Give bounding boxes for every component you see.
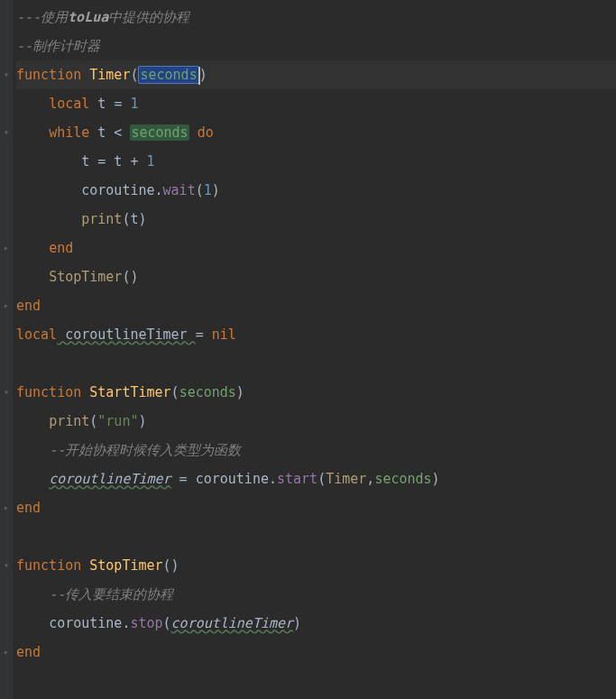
code-editor[interactable]: ---使用toLua中提供的协程 --制作计时器 function Timer(… [13, 0, 616, 699]
param-usage: seconds [130, 124, 188, 141]
code-line: function StopTimer() [16, 551, 616, 580]
code-line: t = t + 1 [16, 147, 616, 176]
code-line: coroutine.stop(coroutlineTimer) [16, 609, 616, 638]
code-line: ---使用toLua中提供的协程 [16, 3, 616, 32]
code-line: function Timer(seconds) [16, 60, 616, 89]
code-line: --传入要结束的协程 [16, 580, 616, 609]
code-line: end [16, 291, 616, 320]
code-line: coroutlineTimer = coroutine.start(Timer,… [16, 464, 616, 493]
fold-close-icon[interactable]: ▸ [0, 234, 13, 262]
fold-close-icon[interactable]: ▸ [0, 493, 13, 522]
selected-param: seconds [138, 66, 198, 84]
fold-open-icon[interactable]: ▾ [0, 551, 13, 580]
code-line: end [16, 493, 616, 522]
code-line: while t < seconds do [16, 118, 616, 147]
fold-open-icon[interactable]: ▾ [0, 118, 13, 147]
fold-top [0, 3, 13, 32]
code-line: --制作计时器 [16, 32, 616, 60]
code-line: coroutine.wait(1) [16, 176, 616, 205]
code-line: local t = 1 [16, 89, 616, 118]
code-line [16, 522, 616, 551]
fold-close-icon[interactable]: ▸ [0, 291, 13, 320]
code-line: print("run") [16, 407, 616, 436]
fold-open-icon[interactable]: ▾ [0, 60, 13, 89]
code-line [16, 349, 616, 378]
fold-open-icon[interactable]: ▾ [0, 378, 13, 407]
code-line: end [16, 234, 616, 262]
code-line: --开始协程时候传入类型为函数 [16, 436, 616, 464]
code-line: StopTimer() [16, 262, 616, 291]
code-line: function StartTimer(seconds) [16, 378, 616, 407]
code-line: local coroutlineTimer = nil [16, 320, 616, 349]
gutter: ▾ ▾ ▸ ▸ ▾ ▸ ▾ ▸ [0, 0, 13, 699]
code-line: end [16, 638, 616, 667]
code-line: print(t) [16, 205, 616, 234]
fold-close-icon[interactable]: ▸ [0, 638, 13, 667]
